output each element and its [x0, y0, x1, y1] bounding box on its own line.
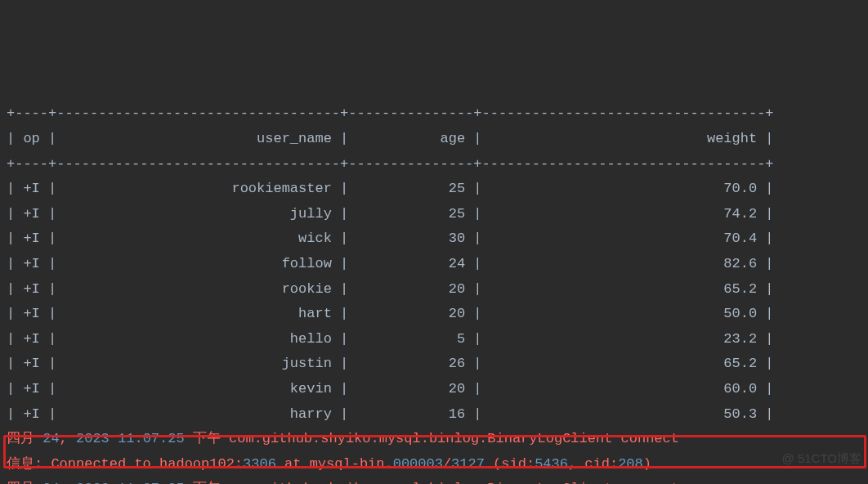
cell-age: 25: [356, 206, 465, 222]
table-row: | +I | kevin | 20 | 60.0 |: [7, 377, 868, 402]
cell-age: 30: [356, 231, 465, 246]
cell-age: 5: [356, 331, 465, 347]
cell-user-name: kevin: [65, 381, 331, 397]
cell-user-name: rookie: [65, 281, 331, 297]
cell-op: +I: [23, 331, 39, 347]
cell-weight: 23.2: [490, 331, 757, 347]
table-row: | +I | justin | 26 | 65.2 |: [7, 352, 868, 377]
cell-weight: 65.2: [490, 281, 757, 297]
cell-user-name: follow: [65, 256, 331, 271]
table-row: | +I | hello | 5 | 23.2 |: [7, 327, 868, 352]
cell-user-name: justin: [65, 356, 331, 371]
cell-weight: 70.4: [490, 231, 757, 246]
table-row: | +I | harry | 16 | 50.3 |: [7, 402, 868, 428]
cell-op: +I: [23, 231, 39, 246]
cell-weight: 70.0: [490, 181, 757, 196]
log-connect-line: 四月 24, 2023 11:07:25 下午 com.github.shyik…: [7, 477, 868, 484]
col-op: op: [23, 131, 39, 146]
table-border: +----+----------------------------------…: [7, 152, 868, 177]
col-age: age: [356, 131, 465, 146]
table-row: | +I | follow | 24 | 82.6 |: [7, 252, 868, 277]
cell-user-name: wick: [65, 231, 331, 246]
table-header: | op | user_name | age | weight |: [7, 127, 868, 152]
cell-op: +I: [23, 381, 39, 397]
cell-weight: 60.0: [490, 381, 757, 397]
col-user-name: user_name: [65, 131, 331, 146]
cell-weight: 82.6: [490, 256, 757, 271]
cell-age: 25: [356, 181, 465, 196]
log-connect-line: 四月 24, 2023 11:07:25 下午 com.github.shyik…: [7, 427, 868, 452]
table-border: +----+----------------------------------…: [7, 101, 868, 127]
cell-op: +I: [23, 206, 39, 222]
cell-age: 26: [356, 356, 465, 371]
cell-weight: 50.3: [490, 406, 757, 422]
cell-op: +I: [23, 356, 39, 371]
cell-age: 20: [356, 306, 465, 321]
terminal-output: +----+----------------------------------…: [0, 100, 868, 484]
cell-user-name: jully: [65, 206, 331, 222]
cell-user-name: hello: [65, 331, 331, 347]
cell-user-name: hart: [65, 306, 331, 321]
cell-op: +I: [23, 306, 39, 321]
cell-weight: 65.2: [490, 356, 757, 371]
cell-user-name: rookiemaster: [65, 181, 331, 196]
table-row: | +I | jully | 25 | 74.2 |: [7, 202, 868, 227]
cell-age: 20: [356, 281, 465, 297]
table-row: | +I | rookiemaster | 25 | 70.0 |: [7, 177, 868, 202]
cell-age: 24: [356, 256, 465, 271]
cell-age: 20: [356, 381, 465, 397]
cell-age: 16: [356, 406, 465, 422]
cell-user-name: harry: [65, 406, 331, 422]
cell-op: +I: [23, 181, 39, 196]
cell-op: +I: [23, 406, 39, 422]
log-info-line: 信息: Connected to hadoop102:3306 at mysql…: [7, 452, 868, 477]
table-row: | +I | rookie | 20 | 65.2 |: [7, 277, 868, 302]
col-weight: weight: [490, 131, 757, 146]
cell-op: +I: [23, 281, 39, 297]
cell-weight: 50.0: [490, 306, 757, 321]
cell-weight: 74.2: [490, 206, 757, 222]
table-row: | +I | wick | 30 | 70.4 |: [7, 226, 868, 252]
cell-op: +I: [23, 256, 39, 271]
table-row: | +I | hart | 20 | 50.0 |: [7, 302, 868, 327]
